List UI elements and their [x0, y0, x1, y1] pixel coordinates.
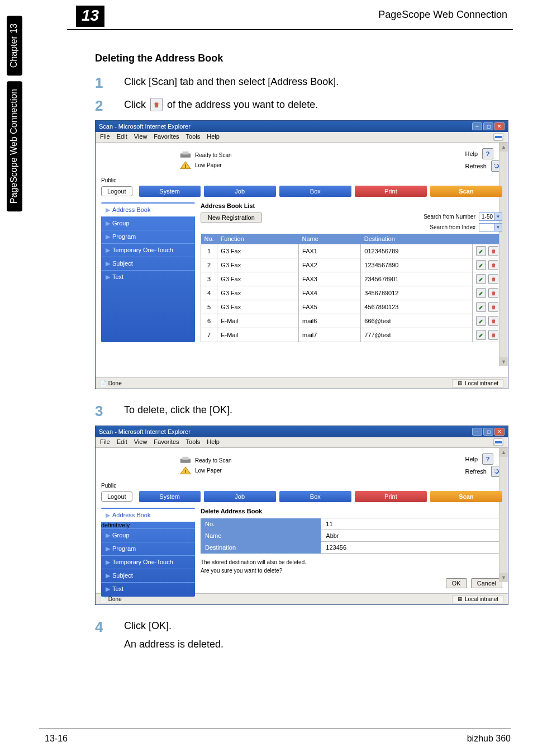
- menu-view[interactable]: View: [134, 438, 147, 446]
- edit-icon[interactable]: [476, 246, 486, 256]
- sidemenu-group[interactable]: ▶Group: [101, 216, 195, 230]
- help-icon[interactable]: ?: [482, 148, 493, 159]
- edit-icon[interactable]: [476, 274, 486, 284]
- cancel-button[interactable]: Cancel: [471, 578, 502, 588]
- edit-icon[interactable]: [476, 302, 486, 312]
- page-number: 13-16: [45, 734, 68, 744]
- vertical-scrollbar[interactable]: ▲ ▼: [499, 448, 508, 582]
- cell-function: G3 Fax: [217, 286, 299, 300]
- sidemenu-text[interactable]: ▶Text: [101, 582, 195, 596]
- sidemenu-subject[interactable]: ▶Subject: [101, 257, 195, 270]
- cell-no: 6: [201, 314, 217, 328]
- ok-button[interactable]: OK: [446, 578, 467, 588]
- chevron-down-icon[interactable]: ▼: [494, 224, 502, 231]
- side-tab-chapter: Chapter 13: [7, 16, 22, 75]
- sidemenu-address-book[interactable]: ▶Address Book: [101, 509, 195, 522]
- tab-job[interactable]: Job: [204, 186, 276, 197]
- logout-button[interactable]: Logout: [101, 492, 132, 502]
- col-function: Function: [217, 234, 299, 244]
- step2-post: of the address you want to delete.: [167, 97, 318, 112]
- svg-rect-1: [495, 136, 502, 138]
- edit-icon[interactable]: [476, 316, 486, 326]
- sidemenu-subject[interactable]: ▶Subject: [101, 569, 195, 582]
- menu-edit[interactable]: Edit: [117, 133, 127, 141]
- menu-edit[interactable]: Edit: [117, 438, 127, 446]
- edit-icon[interactable]: [476, 288, 486, 298]
- kv-dest-label: Destination: [201, 542, 321, 554]
- logout-button[interactable]: Logout: [101, 186, 132, 196]
- menu-help[interactable]: Help: [207, 133, 220, 141]
- cell-function: E-Mail: [217, 314, 299, 328]
- edit-icon[interactable]: [476, 330, 486, 340]
- cell-no: 3: [201, 272, 217, 286]
- cell-function: G3 Fax: [217, 258, 299, 272]
- chevron-down-icon[interactable]: ▼: [494, 213, 502, 220]
- trash-icon[interactable]: [488, 246, 498, 256]
- trash-icon[interactable]: [488, 274, 498, 284]
- scroll-up-icon[interactable]: ▲: [499, 143, 508, 152]
- screenshot-1: Scan - Microsoft Internet Explorer – ◻ ✕…: [95, 120, 508, 389]
- trash-icon[interactable]: [488, 288, 498, 298]
- close-button[interactable]: ✕: [494, 428, 505, 436]
- window-titlebar: Scan - Microsoft Internet Explorer – ◻ ✕: [96, 426, 508, 437]
- close-button[interactable]: ✕: [494, 122, 505, 130]
- menu-favorites[interactable]: Favorites: [154, 438, 179, 446]
- tab-system[interactable]: System: [139, 186, 201, 197]
- menu-tools[interactable]: Tools: [186, 133, 201, 141]
- sidemenu-group[interactable]: ▶Group: [101, 528, 195, 542]
- done-icon: 📄: [100, 596, 107, 602]
- menu-view[interactable]: View: [134, 133, 147, 141]
- scroll-down-icon[interactable]: ▼: [499, 573, 508, 582]
- page-footer: 13-16 bizhub 360: [0, 734, 533, 744]
- tab-box[interactable]: Box: [279, 186, 351, 197]
- menu-file[interactable]: File: [100, 133, 110, 141]
- search-index-label: Search from Index: [430, 224, 475, 230]
- scroll-down-icon[interactable]: ▼: [499, 357, 508, 366]
- trash-icon[interactable]: [488, 316, 498, 326]
- confirm-msg-1: The stored destination will also be dele…: [201, 559, 502, 565]
- minimize-button[interactable]: –: [472, 428, 482, 436]
- cell-name: FAX2: [299, 258, 361, 272]
- menu-favorites[interactable]: Favorites: [154, 133, 179, 141]
- sidemenu-program[interactable]: ▶Program: [101, 542, 195, 555]
- sidemenu-temporary[interactable]: ▶Temporary One-Touch: [101, 243, 195, 257]
- status-ready: Ready to Scan: [195, 152, 232, 158]
- menu-file[interactable]: File: [100, 438, 110, 446]
- trash-icon[interactable]: [488, 302, 498, 312]
- step-number: 4: [95, 618, 124, 636]
- vertical-scrollbar[interactable]: ▲ ▼: [499, 143, 508, 366]
- search-number-select[interactable]: 1-50▼: [479, 212, 502, 221]
- tab-box[interactable]: Box: [279, 491, 351, 502]
- step-text: Click of the address you want to delete.: [124, 97, 318, 112]
- tab-system[interactable]: System: [139, 491, 201, 502]
- chapter-number: 13: [76, 6, 104, 27]
- step-text: Click [OK].: [124, 618, 223, 633]
- refresh-label: Refresh: [465, 163, 487, 169]
- trash-icon[interactable]: [488, 260, 498, 270]
- maximize-button[interactable]: ◻: [483, 122, 493, 130]
- maximize-button[interactable]: ◻: [483, 428, 493, 436]
- sidemenu-temporary[interactable]: ▶Temporary One-Touch: [101, 555, 195, 569]
- menu-help[interactable]: Help: [207, 438, 220, 446]
- sidemenu-address-book[interactable]: ▶Address Book: [101, 204, 195, 216]
- tab-print[interactable]: Print: [355, 186, 427, 197]
- printer-icon: [179, 150, 192, 159]
- menu-tools[interactable]: Tools: [186, 438, 201, 446]
- scroll-up-icon[interactable]: ▲: [499, 448, 508, 457]
- refresh-label: Refresh: [465, 468, 487, 475]
- tab-scan[interactable]: Scan: [430, 491, 502, 502]
- tab-print[interactable]: Print: [355, 491, 427, 502]
- tab-scan[interactable]: Scan: [430, 186, 502, 197]
- tab-job[interactable]: Job: [204, 491, 276, 502]
- svg-rect-3: [183, 152, 189, 155]
- search-index-select[interactable]: ▼: [479, 223, 502, 231]
- edit-icon[interactable]: [476, 260, 486, 270]
- sidemenu-text[interactable]: ▶Text: [101, 270, 195, 284]
- new-registration-button[interactable]: New Registration: [201, 212, 262, 223]
- minimize-button[interactable]: –: [472, 122, 482, 130]
- sidemenu-program[interactable]: ▶Program: [101, 230, 195, 243]
- help-icon[interactable]: ?: [482, 453, 493, 465]
- status-low-paper: Low Paper: [195, 162, 222, 168]
- warning-icon: !: [179, 466, 192, 475]
- trash-icon[interactable]: [488, 330, 498, 340]
